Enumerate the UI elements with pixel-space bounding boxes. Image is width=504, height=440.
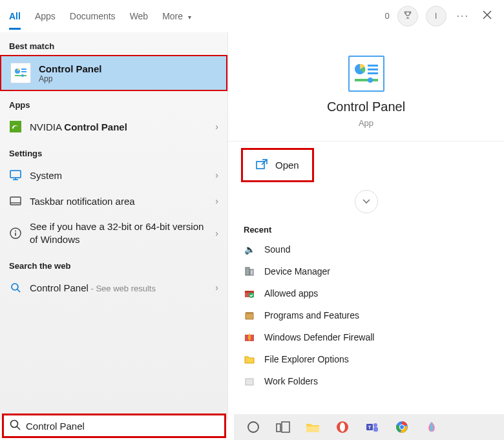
svg-rect-41: [282, 422, 289, 432]
settings-item-label: See if you have a 32-bit or 64-bit versi…: [30, 220, 207, 246]
rewards-count: 0: [384, 11, 389, 21]
svg-point-44: [340, 423, 345, 432]
taskbar-taskview-icon[interactable]: [275, 419, 291, 435]
recent-item-label: Windows Defender Firewall: [264, 332, 374, 342]
recent-item-device-manager[interactable]: Device Manager: [241, 260, 504, 282]
svg-point-37: [11, 421, 18, 428]
speaker-icon: 🔈: [244, 244, 255, 255]
svg-point-47: [373, 423, 377, 427]
search-input[interactable]: [26, 421, 219, 432]
open-button[interactable]: Open: [243, 150, 312, 180]
svg-point-51: [400, 425, 404, 429]
recent-list: 🔈 Sound Device Manager Allowed apps Pr: [228, 238, 504, 392]
recent-item-programs-features[interactable]: Programs and Features: [241, 304, 504, 326]
user-initial: I: [435, 12, 437, 21]
taskbar-paint3d-icon[interactable]: [424, 419, 439, 435]
work-folders-icon: [244, 375, 255, 387]
settings-item-bit-version[interactable]: See if you have a 32-bit or 64-bit versi…: [0, 214, 227, 252]
header-actions: 0 I ···: [384, 6, 495, 26]
chevron-right-icon: ›: [215, 170, 218, 180]
tab-web[interactable]: Web: [130, 2, 149, 30]
open-icon: [256, 159, 268, 171]
search-header: All Apps Documents Web More ▾ 0 I ···: [0, 0, 504, 32]
svg-rect-48: [373, 427, 378, 432]
open-action-highlight: Open: [241, 148, 314, 182]
recent-item-label: Device Manager: [264, 266, 330, 277]
preview-app-icon: [348, 56, 384, 92]
device-icon: [244, 266, 255, 277]
taskbar-chrome-icon[interactable]: [394, 419, 410, 435]
best-match-subtitle: App: [39, 74, 102, 83]
app-item-nvidia-control-panel[interactable]: NVIDIA Control Panel ›: [0, 114, 227, 140]
recent-item-label: Allowed apps: [264, 288, 318, 299]
folder-options-icon: [244, 353, 255, 365]
taskbar-teams-icon[interactable]: T: [364, 419, 380, 435]
web-result-item[interactable]: Control Panel - See web results ›: [0, 275, 227, 300]
svg-point-25: [368, 78, 373, 83]
recent-item-allowed-apps[interactable]: Allowed apps: [241, 282, 504, 304]
trophy-icon: [403, 10, 412, 21]
svg-rect-36: [246, 379, 253, 385]
svg-rect-12: [10, 197, 21, 205]
web-result-label: Control Panel - See web results: [30, 282, 207, 293]
svg-point-39: [248, 422, 258, 432]
control-panel-icon: [10, 63, 31, 83]
tab-more-label: More: [162, 11, 183, 21]
settings-item-label: Taskbar notification area: [30, 196, 207, 207]
best-match-item[interactable]: Control Panel App: [0, 55, 227, 91]
best-match-title: Control Panel: [39, 63, 102, 74]
svg-rect-6: [15, 75, 26, 76]
recent-item-label: File Explorer Options: [264, 354, 349, 364]
section-settings: Settings: [0, 140, 227, 162]
svg-rect-23: [368, 72, 378, 74]
expand-button[interactable]: [355, 190, 378, 213]
firewall-allow-icon: [244, 288, 255, 299]
settings-item-taskbar-notification[interactable]: Taskbar notification area ›: [0, 188, 227, 214]
chevron-down-icon: [362, 196, 371, 207]
divider: [228, 141, 504, 141]
search-icon: [9, 419, 21, 433]
taskbar-file-explorer-icon[interactable]: [305, 419, 320, 435]
section-apps: Apps: [0, 91, 227, 114]
search-bar[interactable]: [2, 414, 226, 438]
section-search-web: Search the web: [0, 252, 227, 275]
svg-rect-26: [257, 162, 264, 169]
options-button[interactable]: ···: [454, 8, 472, 25]
recent-item-label: Sound: [264, 244, 290, 255]
svg-rect-22: [368, 68, 378, 70]
svg-point-17: [12, 284, 18, 290]
recent-item-file-explorer-options[interactable]: File Explorer Options: [241, 348, 504, 370]
tab-more[interactable]: More ▾: [162, 2, 191, 30]
rewards-button[interactable]: [397, 6, 418, 26]
svg-point-15: [15, 230, 16, 231]
svg-rect-34: [246, 312, 253, 314]
recent-item-label: Work Folders: [264, 376, 318, 386]
recent-item-sound[interactable]: 🔈 Sound: [241, 238, 504, 260]
svg-rect-29: [250, 269, 253, 275]
tab-documents[interactable]: Documents: [70, 2, 116, 30]
box-icon: [244, 309, 255, 321]
chevron-right-icon: ›: [215, 228, 218, 238]
svg-point-7: [21, 74, 24, 77]
tab-apps[interactable]: Apps: [35, 2, 56, 30]
chevron-right-icon: ›: [215, 282, 218, 293]
section-best-match: Best match: [0, 32, 227, 55]
svg-rect-21: [368, 65, 378, 67]
taskbar: T: [234, 414, 504, 440]
svg-rect-9: [10, 171, 21, 178]
user-avatar[interactable]: I: [426, 6, 446, 26]
taskbar-opera-icon[interactable]: [335, 419, 350, 435]
svg-rect-33: [246, 313, 253, 319]
search-icon: [9, 281, 22, 294]
chevron-right-icon: ›: [215, 196, 218, 206]
settings-item-system[interactable]: System ›: [0, 162, 227, 188]
settings-item-label: System: [30, 170, 207, 181]
svg-rect-8: [10, 121, 21, 132]
recent-item-work-folders[interactable]: Work Folders: [241, 370, 504, 392]
close-button[interactable]: [479, 8, 495, 24]
filter-tabs: All Apps Documents Web More ▾: [9, 2, 191, 30]
recent-item-windows-defender-firewall[interactable]: Windows Defender Firewall: [241, 326, 504, 348]
open-label: Open: [275, 160, 299, 171]
taskbar-cortana-icon[interactable]: [246, 419, 261, 435]
tab-all[interactable]: All: [9, 2, 21, 30]
